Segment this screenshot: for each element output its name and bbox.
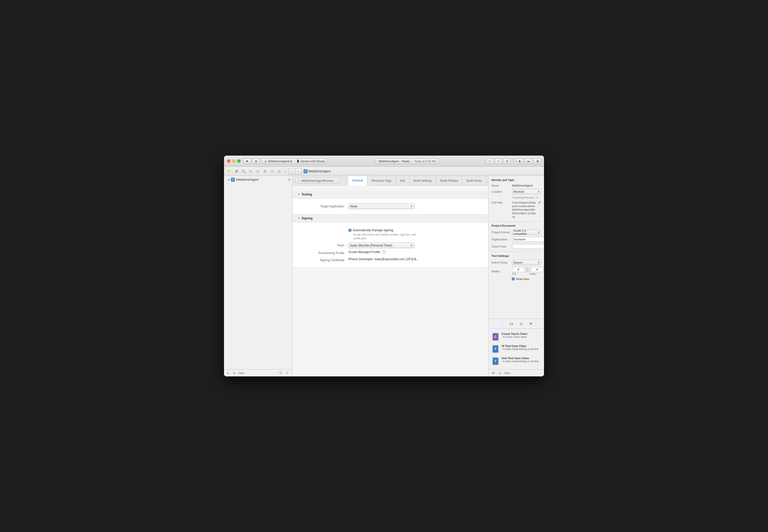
project-doc-section-title: Project Document xyxy=(492,224,541,227)
location-row: Location Absolute ⬍ xyxy=(492,189,541,194)
sidebar-info-icon[interactable]: ⓘ xyxy=(278,370,283,376)
right-filter-input[interactable] xyxy=(504,372,542,375)
folder-icon[interactable]: 📁 xyxy=(226,169,232,174)
stop-button[interactable]: ■ xyxy=(252,158,260,164)
signing-section-header[interactable]: ▼ Signing xyxy=(292,214,488,222)
version-editor-button[interactable]: ⊞ xyxy=(503,158,511,164)
template-item-uitest[interactable]: T UI Test Case Class - A class implement… xyxy=(489,343,544,355)
template-item-cocoa[interactable]: C Cocoa Touch Class - A Cocoa Touch clas… xyxy=(489,331,544,343)
bookmark-icon[interactable]: ◇ xyxy=(255,169,260,174)
sidebar-filter-icon[interactable]: ◎ xyxy=(231,370,237,376)
warning-icon[interactable]: ⚠ xyxy=(248,169,253,174)
indent-using-dropdown[interactable]: Spaces ⬍ xyxy=(512,260,541,265)
debug-button[interactable]: ▬ xyxy=(525,158,532,164)
containing-dir-text: Containing directory xyxy=(512,196,535,199)
location-label: Location xyxy=(492,190,511,193)
right-filter-icon[interactable]: ◎ xyxy=(497,370,503,376)
tab-width-stepper[interactable]: ▲ ▼ xyxy=(526,267,530,272)
text-settings-section-title: Text Settings xyxy=(492,254,541,257)
search-icon[interactable]: 🔍 xyxy=(241,169,246,174)
cocoa-template-name: Cocoa Touch Class xyxy=(502,332,541,335)
template-item-unittest[interactable]: T Unit Test Case Class - A class impleme… xyxy=(489,355,544,367)
back-button[interactable]: ‹ xyxy=(288,169,295,174)
runner-selector[interactable]: 📁 WebDriverAgentRunner ⌃ xyxy=(295,178,339,184)
forward-button[interactable]: › xyxy=(295,169,302,174)
maximize-button[interactable] xyxy=(237,159,240,163)
testing-section-body: Target Application None ⬍ xyxy=(292,198,488,214)
tab-build-phases[interactable]: Build Phases xyxy=(436,176,463,186)
tab-build-rules[interactable]: Build Rules xyxy=(462,176,486,186)
timestamp: Today at 8:35 AM xyxy=(414,160,436,163)
sidebar-item-project[interactable]: ▶ P WebDriverAgent M xyxy=(224,177,292,182)
wrap-lines-checkbox[interactable]: ✓ xyxy=(512,277,515,280)
right-panel: Identity and Type Name WebDriverAgent Lo… xyxy=(488,176,544,376)
assistant-editor-button[interactable]: ↩ xyxy=(495,158,502,164)
unittest-template-name: Unit Test Case Class xyxy=(502,357,541,360)
grid-tab[interactable]: ⊞ xyxy=(528,321,534,326)
target-application-dropdown[interactable]: None ⬍ xyxy=(348,204,415,209)
cocoa-template-icon: C xyxy=(492,332,500,341)
breadcrumb-area: P WebDriverAgent xyxy=(303,169,542,173)
scheme-selector[interactable]: 🔒 WebDriverAgentLib › 📱 Generic iOS Devi… xyxy=(262,158,327,164)
tab-general[interactable]: General xyxy=(348,176,367,186)
unittest-template-text: Unit Test Case Class - A class implement… xyxy=(502,357,541,363)
cocoa-letter: C xyxy=(494,335,497,339)
sidebar-warning-icon[interactable]: ⚠ xyxy=(285,370,290,376)
tab-build-settings[interactable]: Build Settings xyxy=(409,176,436,186)
org-input[interactable] xyxy=(512,237,544,242)
tab-label: Tab xyxy=(512,273,516,275)
tab-width-input[interactable] xyxy=(512,267,525,272)
history-icon[interactable]: ⊙ xyxy=(262,169,268,174)
indent-using-wrapper: Spaces ⬍ xyxy=(512,260,541,265)
add-file-button[interactable]: + xyxy=(226,371,230,375)
tab-divider xyxy=(346,178,346,183)
editor-standard-button[interactable]: ≡ xyxy=(486,158,494,164)
breakpoint-icon[interactable]: ⬡ xyxy=(269,169,275,174)
widths-labels-row: Tab Indent xyxy=(512,273,544,275)
testing-section-header[interactable]: ▼ Testing xyxy=(292,191,488,198)
uitest-template-name: UI Test Case Class xyxy=(502,344,541,347)
report-icon[interactable]: ◻ xyxy=(276,169,282,174)
tab-resource-tags[interactable]: Resource Tags xyxy=(367,176,396,186)
uitest-icon-wrapper: T xyxy=(492,345,499,353)
tab-width-decrement[interactable]: ▼ xyxy=(526,270,530,272)
provisioning-info-icon[interactable]: i xyxy=(382,250,386,254)
minimize-button[interactable] xyxy=(232,159,235,163)
name-label: Name xyxy=(492,184,511,187)
navigator-button[interactable]: ◧ xyxy=(516,158,524,164)
utilities-button[interactable]: ◨ xyxy=(533,158,541,164)
target-tab[interactable]: ◎ xyxy=(518,321,524,326)
target-application-label: Target Application xyxy=(298,204,348,208)
signing-section: ▼ Signing ✓ Automatically manage signing xyxy=(292,214,488,268)
uitest-icon-inner: T xyxy=(493,345,498,353)
wrap-lines-row: ✓ Wrap lines xyxy=(492,277,541,280)
location-dropdown[interactable]: Absolute ⬍ xyxy=(512,189,541,194)
sidebar-content: ▶ P WebDriverAgent M xyxy=(224,176,292,369)
auto-manage-checkbox-label[interactable]: ✓ Automatically manage signing xyxy=(348,228,483,232)
tab-width-increment[interactable]: ▲ xyxy=(526,267,530,270)
content-area: ▼ Testing Target Application None ⬍ xyxy=(292,186,488,376)
widths-label: Widths xyxy=(492,270,511,273)
scheme-label: WebDriverAgentLib xyxy=(268,160,292,163)
run-button[interactable]: ▶ xyxy=(243,158,251,164)
indent-width-input[interactable] xyxy=(531,267,544,272)
indent-using-row: Indent Using Spaces ⬍ xyxy=(492,260,541,265)
dropdown-arrow-icon: ⬍ xyxy=(411,205,413,208)
traffic-lights xyxy=(227,159,240,163)
sidebar: ▶ P WebDriverAgent M + ◎ ⓘ ⚠ xyxy=(224,176,292,376)
main-window: ▶ ■ 🔒 WebDriverAgentLib › 📱 Generic iOS … xyxy=(224,156,544,376)
location-dropdown-arrow-icon: ⬍ xyxy=(538,190,540,193)
class-prefix-input[interactable] xyxy=(512,244,544,249)
auto-manage-checkbox[interactable]: ✓ xyxy=(348,229,351,232)
sidebar-filter-input[interactable] xyxy=(238,372,276,375)
team-dropdown[interactable]: Isaac Murchie (Personal Team) ⬍ xyxy=(348,243,415,248)
source-file-tab[interactable]: 📄 xyxy=(499,321,505,326)
hierarchy-icon[interactable]: ⊞ xyxy=(234,169,239,174)
close-button[interactable] xyxy=(227,159,230,163)
grid-view-icon[interactable]: ⊞ xyxy=(491,370,496,376)
format-dropdown[interactable]: Xcode 3.2-compatible ⬍ xyxy=(512,230,541,235)
tab-info[interactable]: Info xyxy=(396,176,410,186)
nav-arrows: ‹ › xyxy=(288,168,302,174)
code-tab[interactable]: { } xyxy=(509,321,514,326)
team-label: Team xyxy=(298,243,348,247)
